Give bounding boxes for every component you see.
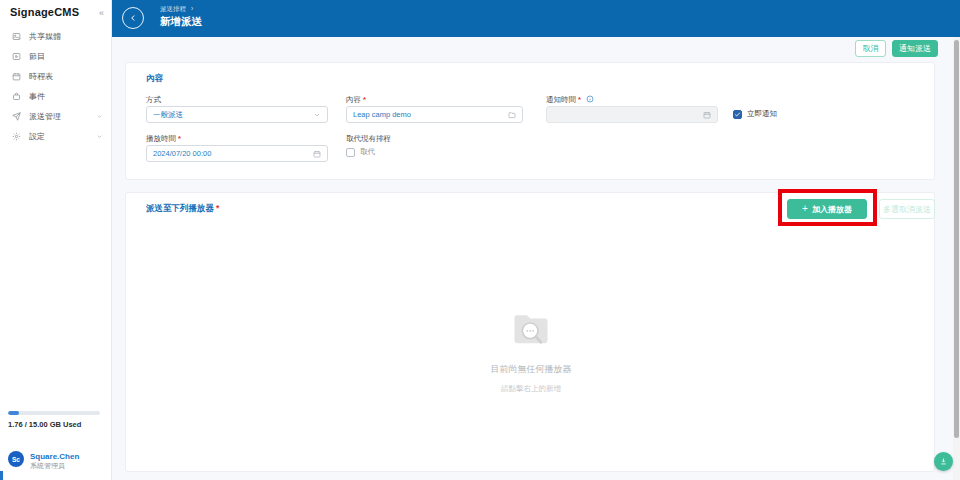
play-time-input[interactable]: 2024/07/20 00:00 bbox=[146, 145, 328, 162]
storage-progress bbox=[8, 411, 100, 415]
sidebar-item-label: 共享媒體 bbox=[29, 31, 61, 42]
immediate-notify-checkbox[interactable]: 立即通知 bbox=[733, 109, 777, 119]
immediate-notify-label: 立即通知 bbox=[747, 109, 777, 119]
replace-checkbox-label: 取代 bbox=[360, 147, 375, 157]
partial-element bbox=[0, 471, 3, 480]
download-fab-button[interactable] bbox=[934, 452, 953, 471]
signage-cms-window: SignageCMS « 共享媒體 節目 時程表 事件 派送管理 bbox=[0, 0, 960, 480]
program-icon bbox=[12, 52, 21, 61]
send-icon bbox=[12, 112, 21, 121]
breadcrumb-separator: › bbox=[191, 5, 193, 12]
method-label: 方式 bbox=[146, 95, 161, 105]
sidebar-item-label: 派送管理 bbox=[29, 111, 61, 122]
chevron-down-icon bbox=[96, 133, 103, 140]
page-header: 派送排程› 新增派送 bbox=[111, 0, 960, 37]
chevron-down-icon bbox=[313, 111, 321, 119]
sidebar-nav: 共享媒體 節目 時程表 事件 派送管理 設定 bbox=[0, 26, 111, 146]
breadcrumb[interactable]: 派送排程› bbox=[160, 5, 193, 14]
event-icon bbox=[12, 92, 21, 101]
storage-used-label: 1.76 / 15.00 GB Used bbox=[8, 420, 81, 429]
content-value: Leap camp demo bbox=[353, 110, 411, 119]
storage-progress-fill bbox=[8, 411, 19, 415]
method-value: 一般派送 bbox=[153, 110, 183, 120]
gear-icon bbox=[12, 132, 21, 141]
sidebar-item-label: 設定 bbox=[29, 131, 45, 142]
empty-search-folder-icon bbox=[511, 311, 551, 353]
play-time-value: 2024/07/20 00:00 bbox=[153, 149, 211, 158]
empty-state: 目前尚無任何播放器 請點擊右上的新增 bbox=[126, 311, 936, 394]
content-input[interactable]: Leap camp demo bbox=[346, 106, 523, 123]
avatar: Sc bbox=[8, 451, 24, 467]
replace-label: 取代現有排程 bbox=[346, 134, 391, 144]
content-card-title: 內容 bbox=[146, 73, 163, 85]
players-card-title: 派送至下列播放器* bbox=[146, 203, 219, 215]
checkbox-checked-icon bbox=[733, 110, 742, 119]
sidebar-item-shared-media[interactable]: 共享媒體 bbox=[0, 26, 111, 46]
back-button[interactable] bbox=[122, 7, 144, 29]
sidebar: SignageCMS « 共享媒體 節目 時程表 事件 派送管理 bbox=[0, 0, 112, 480]
user-role: 系統管理員 bbox=[30, 461, 79, 470]
breadcrumb-label: 派送排程 bbox=[160, 5, 186, 12]
chevron-down-icon bbox=[96, 113, 103, 120]
multi-cancel-dispatch-button[interactable]: 多選取消派送 bbox=[879, 199, 935, 219]
sidebar-item-dispatch-management[interactable]: 派送管理 bbox=[0, 106, 111, 126]
method-select[interactable]: 一般派送 bbox=[146, 106, 328, 123]
scrollbar-thumb[interactable] bbox=[954, 40, 959, 438]
chevron-left-icon bbox=[128, 13, 138, 23]
content-field-label: 內容* bbox=[346, 95, 366, 105]
notify-dispatch-button[interactable]: 通知派送 bbox=[892, 40, 938, 57]
sidebar-item-programs[interactable]: 節目 bbox=[0, 46, 111, 66]
info-icon[interactable] bbox=[586, 95, 594, 105]
add-player-button[interactable]: + 加入播放器 bbox=[787, 199, 867, 219]
empty-state-title: 目前尚無任何播放器 bbox=[126, 363, 936, 376]
notify-time-label: 通知時間* bbox=[546, 95, 594, 105]
download-icon bbox=[939, 457, 948, 466]
image-icon bbox=[12, 32, 21, 41]
add-player-label: 加入播放器 bbox=[812, 204, 852, 215]
sidebar-item-settings[interactable]: 設定 bbox=[0, 126, 111, 146]
calendar-icon bbox=[703, 111, 711, 119]
user-menu[interactable]: Sc Square.Chen 系統管理員 bbox=[8, 451, 79, 470]
calendar-icon[interactable] bbox=[313, 150, 321, 158]
sidebar-item-label: 節目 bbox=[29, 51, 45, 62]
players-card: 派送至下列播放器* + 加入播放器 多選取消派送 目前尚無任何播放器 請點擊右上… bbox=[125, 192, 935, 472]
checkbox-unchecked-icon bbox=[346, 148, 355, 157]
sidebar-collapse-icon[interactable]: « bbox=[99, 8, 104, 18]
page-title: 新增派送 bbox=[160, 15, 202, 29]
plus-icon: + bbox=[802, 204, 808, 214]
replace-checkbox[interactable]: 取代 bbox=[346, 147, 375, 157]
app-logo: SignageCMS bbox=[10, 6, 79, 18]
empty-state-hint: 請點擊右上的新增 bbox=[126, 384, 936, 394]
sidebar-item-label: 時程表 bbox=[29, 71, 53, 82]
sidebar-item-schedule[interactable]: 時程表 bbox=[0, 66, 111, 86]
notify-time-input bbox=[546, 106, 718, 123]
user-name: Square.Chen bbox=[30, 452, 79, 461]
content-card: 內容 方式 一般派送 內容* Leap camp demo 通知時間* bbox=[125, 62, 935, 180]
folder-icon[interactable] bbox=[508, 111, 516, 119]
play-time-label: 播放時間* bbox=[146, 134, 181, 144]
cancel-button[interactable]: 取消 bbox=[855, 40, 886, 57]
schedule-icon bbox=[12, 72, 21, 81]
sidebar-item-label: 事件 bbox=[29, 91, 45, 102]
sidebar-item-events[interactable]: 事件 bbox=[0, 86, 111, 106]
